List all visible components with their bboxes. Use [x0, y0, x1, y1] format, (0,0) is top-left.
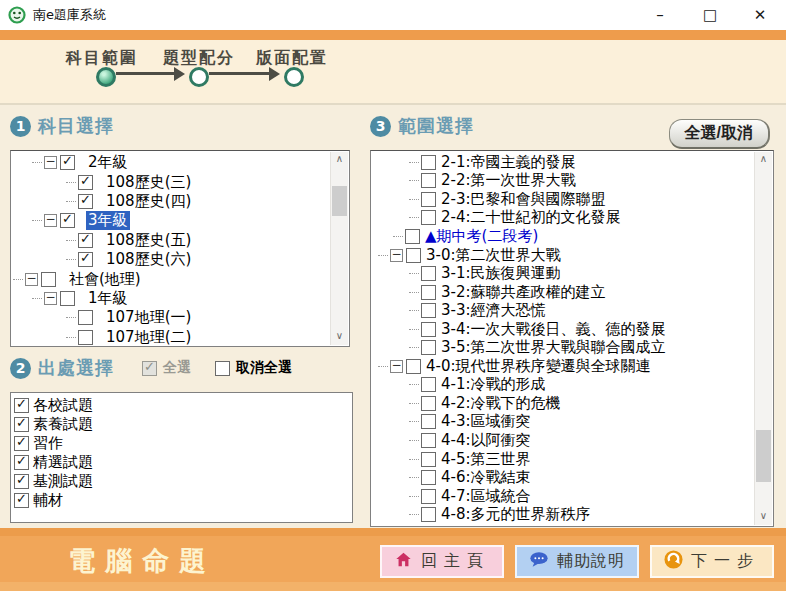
checkbox[interactable] [406, 248, 421, 263]
checkbox[interactable] [421, 322, 436, 337]
tree-item-label[interactable]: 4-6:冷戰結束 [441, 468, 531, 487]
tree-item-label[interactable]: 4-1:冷戰的形成 [441, 375, 546, 394]
checkbox[interactable] [421, 396, 436, 411]
checkbox[interactable] [14, 436, 29, 451]
tree-item-label[interactable]: 3-0:第二次世界大戰 [426, 246, 561, 265]
tree-item-label[interactable]: 4-3:區域衝突 [441, 412, 531, 431]
checkbox[interactable] [14, 398, 29, 413]
checkbox[interactable] [421, 377, 436, 392]
deselect-all-option[interactable]: 取消全選 [215, 359, 292, 377]
checkbox[interactable] [406, 359, 421, 374]
tree-item-label[interactable]: 108歷史(四) [106, 192, 191, 211]
list-item[interactable]: 各校試題 [14, 396, 352, 415]
list-item-label[interactable]: 輔材 [33, 491, 63, 510]
maximize-button[interactable]: □ [702, 7, 718, 23]
step-dot-1[interactable] [96, 67, 116, 87]
step-dot-2[interactable] [189, 67, 209, 87]
checkbox[interactable] [421, 340, 436, 355]
list-item[interactable]: 基測試題 [14, 472, 352, 491]
scroll-up-icon[interactable]: ∧ [755, 152, 772, 168]
tree-item-label[interactable]: 108歷史(五) [106, 231, 191, 250]
tree-item-label[interactable]: 2-4:二十世紀初的文化發展 [441, 208, 621, 227]
checkbox[interactable] [421, 414, 436, 429]
list-item-label[interactable]: 基測試題 [33, 472, 93, 491]
scrollbar-thumb[interactable] [332, 186, 347, 216]
checkbox[interactable] [14, 417, 29, 432]
tree-item-label[interactable]: 3-3:經濟大恐慌 [441, 301, 546, 320]
tree-item-label[interactable]: 1年級 [88, 289, 128, 308]
tree-item-label[interactable]: 4-2:冷戰下的危機 [441, 394, 561, 413]
checkbox[interactable] [60, 213, 75, 228]
checkbox[interactable] [14, 474, 29, 489]
checkbox[interactable] [421, 470, 436, 485]
collapse-toggle-icon[interactable]: − [390, 249, 403, 262]
checkbox[interactable] [78, 310, 93, 325]
tree-item-label[interactable]: 4-5:第三世界 [441, 450, 531, 469]
tree-item-label[interactable]: 107地理(一) [106, 308, 191, 327]
tree-item-label[interactable]: 社會(地理) [69, 270, 141, 289]
checkbox[interactable] [421, 192, 436, 207]
minimize-button[interactable]: – [652, 7, 668, 23]
list-item-label[interactable]: 精選試題 [33, 453, 93, 472]
tree-item-label[interactable]: 4-4:以阿衝突 [441, 431, 531, 450]
scope-tree-scrollbar[interactable]: ∧ ∨ [754, 152, 772, 525]
checkbox[interactable] [421, 155, 436, 170]
checkbox[interactable] [142, 361, 157, 376]
list-item-label[interactable]: 習作 [33, 434, 63, 453]
checkbox[interactable] [421, 303, 436, 318]
checkbox[interactable] [41, 272, 56, 287]
list-item[interactable]: 精選試題 [14, 453, 352, 472]
tree-item-label[interactable]: 2-1:帝國主義的發展 [441, 153, 576, 172]
scroll-down-icon[interactable]: ∨ [755, 509, 772, 525]
checkbox[interactable] [405, 229, 420, 244]
collapse-toggle-icon[interactable]: − [390, 360, 403, 373]
checkbox[interactable] [421, 173, 436, 188]
checkbox[interactable] [78, 175, 93, 190]
checkbox[interactable] [14, 455, 29, 470]
scroll-down-icon[interactable]: ∨ [331, 329, 348, 345]
checkbox[interactable] [60, 155, 75, 170]
checkbox[interactable] [421, 452, 436, 467]
checkbox[interactable] [215, 361, 230, 376]
scroll-up-icon[interactable]: ∧ [331, 152, 348, 168]
checkbox[interactable] [421, 285, 436, 300]
close-button[interactable]: ✕ [752, 7, 768, 23]
tree-item-label[interactable]: 3-2:蘇聯共產政權的建立 [441, 283, 606, 302]
checkbox[interactable] [60, 291, 75, 306]
scrollbar-thumb[interactable] [756, 430, 771, 482]
tree-item-label[interactable]: 4-7:區域統合 [441, 487, 531, 506]
checkbox[interactable] [421, 266, 436, 281]
select-all-toggle-button[interactable]: 全選/取消 [669, 119, 770, 149]
tree-item-label[interactable]: 2-2:第一次世界大戰 [441, 171, 576, 190]
list-item-label[interactable]: 素養試題 [33, 415, 93, 434]
tree-item-label[interactable]: 108歷史(六) [106, 250, 191, 269]
collapse-toggle-icon[interactable]: − [44, 156, 57, 169]
collapse-toggle-icon[interactable]: − [25, 273, 38, 286]
next-step-button[interactable]: 下一步 [650, 545, 774, 578]
tree-item-label[interactable]: 2年級 [88, 153, 128, 172]
checkbox[interactable] [78, 194, 93, 209]
checkbox[interactable] [421, 210, 436, 225]
help-button[interactable]: 輔助說明 [515, 545, 639, 578]
select-all-option[interactable]: 全選 [142, 359, 191, 377]
checkbox[interactable] [421, 507, 436, 522]
tree-item-label[interactable]: 3年級 [86, 211, 130, 230]
list-item[interactable]: 輔材 [14, 491, 352, 510]
home-button[interactable]: 回主頁 [380, 545, 504, 578]
tree-item-label[interactable]: 4-8:多元的世界新秩序 [441, 505, 591, 524]
list-item[interactable]: 素養試題 [14, 415, 352, 434]
step-dot-3[interactable] [284, 67, 304, 87]
checkbox[interactable] [14, 493, 29, 508]
collapse-toggle-icon[interactable]: − [44, 214, 57, 227]
tree-item-label[interactable]: 3-5:第二次世界大戰與聯合國成立 [441, 338, 666, 357]
list-item[interactable]: 習作 [14, 434, 352, 453]
tree-item-label[interactable]: 3-1:民族復興運動 [441, 264, 561, 283]
checkbox[interactable] [78, 233, 93, 248]
list-item-label[interactable]: 各校試題 [33, 396, 93, 415]
tree-item-label[interactable]: 2-3:巴黎和會與國際聯盟 [441, 190, 606, 209]
checkbox[interactable] [78, 252, 93, 267]
tree-item-label[interactable]: 107地理(二) [106, 328, 191, 346]
collapse-toggle-icon[interactable]: − [44, 292, 57, 305]
checkbox[interactable] [421, 433, 436, 448]
tree-item-label[interactable]: 4-0:現代世界秩序變遷與全球關連 [426, 357, 651, 376]
